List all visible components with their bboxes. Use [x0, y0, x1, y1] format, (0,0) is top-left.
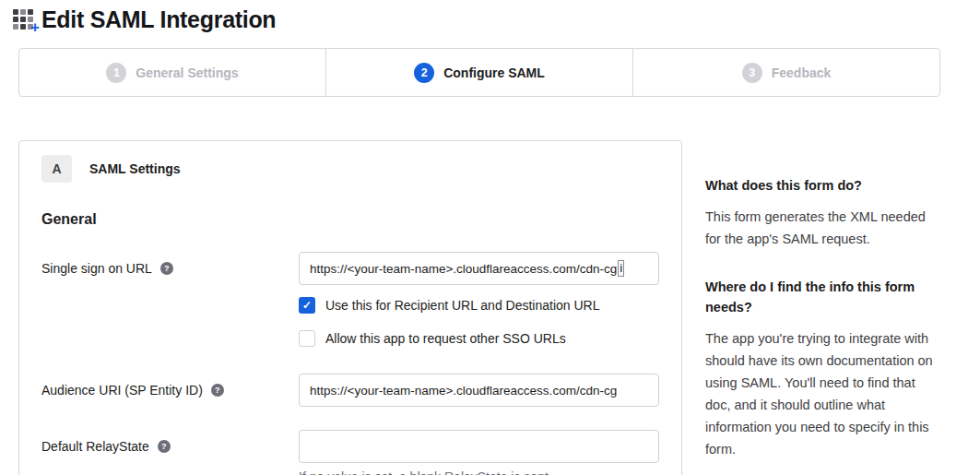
main-content: A SAML Settings General Single sign on U… — [0, 140, 980, 475]
section-title: SAML Settings — [89, 161, 181, 176]
default-relaystate-input[interactable] — [299, 430, 659, 463]
text-cursor: i — [618, 260, 624, 277]
plus-icon: + — [30, 19, 40, 35]
help-sidebar: What does this form do? This form genera… — [705, 140, 938, 460]
other-sso-urls-checkbox-label: Allow this app to request other SSO URLs — [325, 331, 566, 346]
relaystate-hint: If no value is set, a blank RelayState i… — [299, 469, 659, 475]
help-para-what: This form generates the XML needed for t… — [705, 206, 938, 250]
step-wizard: 1 General Settings 2 Configure SAML 3 Fe… — [18, 48, 940, 97]
saml-settings-panel: A SAML Settings General Single sign on U… — [18, 140, 682, 475]
recipient-url-checkbox-row[interactable]: ✓ Use this for Recipient URL and Destina… — [299, 297, 659, 314]
page-title: Edit SAML Integration — [41, 6, 276, 33]
audience-uri-value: https://<your-team-name>.cloudflareacces… — [310, 384, 617, 398]
checkbox-unchecked-icon[interactable] — [299, 330, 315, 347]
step-3-circle: 3 — [742, 63, 762, 83]
page-header: + Edit SAML Integration — [0, 0, 980, 33]
step-1-circle: 1 — [106, 63, 126, 83]
section-header: A SAML Settings — [41, 155, 659, 183]
default-relaystate-label: Default RelayState — [41, 439, 149, 454]
add-app-icon: + — [13, 7, 38, 32]
default-relaystate-label-col: Default RelayState ? — [41, 430, 299, 454]
help-icon[interactable]: ? — [158, 440, 171, 453]
step-feedback[interactable]: 3 Feedback — [632, 49, 939, 96]
audience-uri-row: Audience URI (SP Entity ID) ? https://<y… — [41, 374, 659, 407]
help-para-where: The app you're trying to integrate with … — [705, 327, 938, 460]
recipient-url-checkbox-label: Use this for Recipient URL and Destinati… — [325, 298, 600, 313]
default-relaystate-row: Default RelayState ? If no value is set,… — [41, 430, 659, 475]
audience-uri-label-col: Audience URI (SP Entity ID) ? — [41, 374, 299, 398]
help-icon[interactable]: ? — [211, 384, 224, 397]
sso-url-label: Single sign on URL — [41, 261, 152, 276]
step-2-circle: 2 — [414, 63, 434, 83]
checkbox-checked-icon[interactable]: ✓ — [299, 297, 315, 314]
sso-url-value: https://<your-team-name>.cloudflareacces… — [310, 262, 617, 276]
general-group-heading: General — [41, 211, 659, 228]
other-sso-urls-checkbox-row[interactable]: Allow this app to request other SSO URLs — [299, 330, 659, 347]
step-general-settings[interactable]: 1 General Settings — [19, 49, 325, 96]
help-block-where: Where do I find the info this form needs… — [705, 277, 938, 460]
step-3-label: Feedback — [772, 65, 832, 80]
help-block-what: What does this form do? This form genera… — [705, 175, 938, 250]
help-heading-what: What does this form do? — [705, 175, 938, 196]
help-heading-where: Where do I find the info this form needs… — [705, 277, 938, 317]
help-icon[interactable]: ? — [160, 262, 173, 275]
step-2-label: Configure SAML — [443, 65, 545, 80]
audience-uri-label: Audience URI (SP Entity ID) — [41, 383, 203, 398]
audience-uri-input[interactable]: https://<your-team-name>.cloudflareacces… — [299, 374, 659, 407]
step-1-label: General Settings — [136, 65, 238, 80]
step-configure-saml[interactable]: 2 Configure SAML — [325, 49, 632, 96]
sso-url-label-col: Single sign on URL ? — [41, 252, 299, 276]
sso-url-row: Single sign on URL ? https://<your-team-… — [41, 252, 659, 347]
section-badge-a: A — [41, 155, 72, 183]
sso-url-input[interactable]: https://<your-team-name>.cloudflareacces… — [299, 252, 659, 285]
